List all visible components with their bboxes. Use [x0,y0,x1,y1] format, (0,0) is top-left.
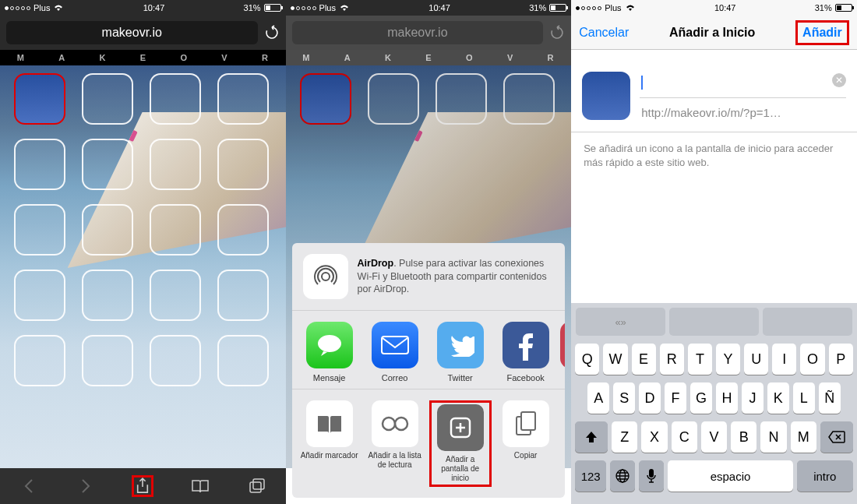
key-x[interactable]: X [641,421,667,453]
url-field[interactable]: makeovr.io [6,21,258,44]
key-f[interactable]: F [665,382,686,414]
key-backspace[interactable] [820,421,853,453]
icon-slot[interactable] [217,73,269,125]
icon-slot[interactable] [82,139,133,190]
mic-icon [646,468,657,484]
key-mic[interactable] [639,460,664,492]
key-d[interactable]: D [639,382,661,414]
wifi-icon [339,4,350,12]
predictive-tab[interactable] [763,308,852,336]
key-w[interactable]: W [603,344,627,375]
key-space[interactable]: espacio [668,460,793,492]
icon-slot[interactable] [217,335,269,386]
signal-dots [576,6,601,10]
share-button[interactable] [132,475,153,497]
icon-slot[interactable] [150,335,201,386]
action-add-bookmark[interactable]: Añadir marcador [298,400,361,487]
share-app-twitter[interactable]: Twitter [429,322,492,382]
share-app-overflow[interactable] [560,322,566,382]
svg-rect-0 [250,482,261,492]
key-s[interactable]: S [613,382,635,414]
key-o[interactable]: O [800,344,824,375]
icon-slot-0[interactable] [14,73,65,125]
key-g[interactable]: G [690,382,712,414]
url-text: http://makeovr.io/m/?p=1… [640,98,846,122]
share-actions-row[interactable]: Añadir marcador Añadir a la lista de lec… [292,389,566,498]
key-p[interactable]: P [829,344,853,375]
icon-slot[interactable] [14,335,65,386]
key-m[interactable]: M [791,421,816,453]
keyboard-row-3: Z X C V B N M [573,421,855,453]
icon-slot[interactable] [150,73,201,125]
keyboard-row-2: A S D F G H J K L Ñ [573,382,855,414]
wifi-icon [53,4,64,12]
bookmarks-button[interactable] [189,475,211,497]
icon-slot[interactable] [82,73,133,125]
site-thumbnail [582,72,630,120]
key-j[interactable]: J [742,382,764,414]
key-n[interactable]: N [760,421,786,453]
back-button[interactable] [18,475,40,497]
icon-slot[interactable] [14,139,65,190]
action-reading-list[interactable]: Añadir a la lista de lectura [364,400,426,487]
share-app-correo[interactable]: Correo [364,322,426,382]
key-z[interactable]: Z [612,421,637,453]
key-q[interactable]: Q [575,344,599,375]
key-c[interactable]: C [672,421,697,453]
cancel-button[interactable]: Cancelar [579,26,629,40]
status-bar: Plus 10:47 31% [571,0,857,16]
icon-slot[interactable] [150,270,201,321]
predictive-tab[interactable]: «» [576,308,665,336]
add-form: ✕ http://makeovr.io/m/?p=1… [571,50,857,132]
share-apps-row[interactable]: Mensaje Correo Twitter Facebook [292,311,566,389]
keyboard-predictive-bar[interactable]: «» [573,308,855,336]
safari-toolbar [0,468,286,504]
action-copy[interactable]: Copiar [495,400,557,487]
clear-input-icon[interactable]: ✕ [832,73,846,87]
icon-slot[interactable] [217,139,269,190]
forward-button[interactable] [75,475,97,497]
screen-3-add-to-home: Plus 10:47 31% Cancelar Añadir a Inicio … [571,0,857,504]
key-enter[interactable]: intro [797,460,853,492]
add-button[interactable]: Añadir [795,20,849,45]
key-r[interactable]: R [660,344,684,375]
icon-slot[interactable] [217,270,269,321]
key-y[interactable]: Y [716,344,740,375]
action-add-home[interactable]: Añadir a pantalla de inicio [429,400,492,487]
icon-slot[interactable] [82,204,133,256]
share-app-mensaje[interactable]: Mensaje [298,322,361,382]
name-input[interactable] [640,72,846,98]
key-enye[interactable]: Ñ [819,382,841,414]
predictive-tab[interactable] [669,308,759,336]
icon-slot[interactable] [14,270,65,321]
icon-slot[interactable] [82,335,133,386]
icon-slot[interactable] [150,139,201,190]
key-b[interactable]: B [731,421,756,453]
key-e[interactable]: E [632,344,656,375]
key-v[interactable]: V [701,421,727,453]
key-a[interactable]: A [587,382,609,414]
icon-slot[interactable] [82,270,133,321]
key-u[interactable]: U [744,344,768,375]
keyboard-row-1: Q W E R T Y U I O P [573,344,855,375]
key-i[interactable]: I [772,344,796,375]
key-shift[interactable] [575,421,608,453]
key-k[interactable]: K [767,382,789,414]
key-123[interactable]: 123 [575,460,606,492]
wallpaper-preview[interactable] [0,65,286,468]
key-globe[interactable] [610,460,635,492]
tabs-button[interactable] [246,475,268,497]
share-app-facebook[interactable]: Facebook [495,322,557,382]
icon-slot[interactable] [217,204,269,256]
key-t[interactable]: T [688,344,712,375]
key-h[interactable]: H [716,382,738,414]
twitter-icon [437,322,484,368]
key-l[interactable]: L [793,382,815,414]
reload-icon[interactable] [264,25,280,41]
add-home-icon [437,404,484,451]
icon-slot[interactable] [150,204,201,256]
airdrop-row[interactable]: AirDrop. Pulse para activar las conexion… [292,243,566,311]
clock-label: 10:47 [714,3,736,12]
svg-rect-4 [382,337,408,354]
icon-slot[interactable] [14,204,65,256]
